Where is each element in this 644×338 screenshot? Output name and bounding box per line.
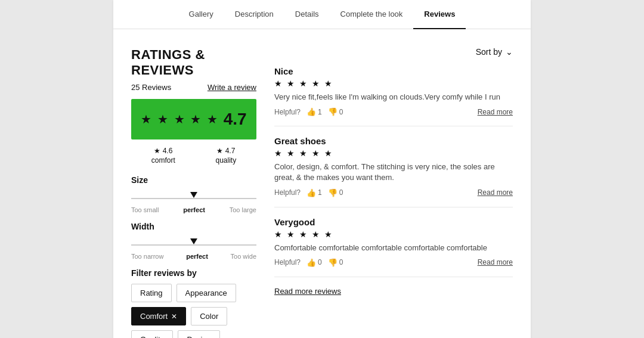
- thumbup-btn-1[interactable]: 👍 1: [306, 107, 322, 116]
- size-left-label: Too small: [131, 206, 159, 213]
- width-slider-labels: Too narrow perfect Too wide: [131, 253, 256, 260]
- read-more-2[interactable]: Read more: [478, 188, 513, 197]
- read-more-reviews-link[interactable]: Read more reviews: [274, 287, 513, 296]
- thumbup-count-1: 1: [318, 108, 322, 116]
- size-slider-track[interactable]: [131, 188, 256, 205]
- review-title-3: Verygood: [274, 217, 513, 227]
- review-stars-1: ★ ★ ★ ★ ★: [274, 79, 513, 88]
- comfort-close-icon[interactable]: ✕: [171, 312, 177, 321]
- quality-label: quality: [215, 156, 236, 165]
- thumbup-count-2: 1: [318, 188, 322, 197]
- size-slider-indicator: [190, 192, 197, 198]
- filter-comfort[interactable]: Comfort ✕: [131, 307, 186, 325]
- nav-gallery[interactable]: Gallery: [178, 0, 224, 29]
- nav-complete-the-look[interactable]: Complete the look: [330, 0, 414, 29]
- comfort-stars: ★ 4.6: [151, 147, 175, 155]
- right-panel: Sort by ⌄ Nice ★ ★ ★ ★ ★ Very nice fit,f…: [274, 47, 513, 338]
- width-slider-track[interactable]: [131, 235, 256, 252]
- filter-appearance[interactable]: Appearance: [177, 284, 236, 302]
- thumbup-btn-3[interactable]: 👍 0: [306, 258, 322, 267]
- size-slider-label: Size: [131, 175, 256, 185]
- helpful-row-3: Helpful? 👍 0 👎 0: [274, 258, 343, 267]
- page-container: Gallery Description Details Complete the…: [113, 0, 531, 338]
- review-stars-3: ★ ★ ★ ★ ★: [274, 230, 513, 239]
- review-text-3: Comfortable comfortable comfortable comf…: [274, 243, 513, 253]
- width-center-label: perfect: [186, 253, 208, 260]
- filter-section: Filter reviews by Rating Appearance Comf…: [131, 268, 256, 338]
- width-right-label: Too wide: [231, 253, 256, 260]
- section-title: RATINGS & REVIEWS: [131, 47, 256, 78]
- review-footer-2: Helpful? 👍 1 👎 0 Read more: [274, 188, 513, 197]
- size-slider-section: Size Too small perfect Too large: [131, 175, 256, 213]
- sub-rating-quality: ★ 4.7 quality: [215, 147, 236, 165]
- width-slider-label: Width: [131, 222, 256, 231]
- sub-ratings: ★ 4.6 comfort ★ 4.7 quality: [131, 147, 256, 165]
- main-content: RATINGS & REVIEWS 25 Reviews Write a rev…: [113, 29, 531, 338]
- thumbup-count-3: 0: [318, 258, 322, 266]
- filter-quality[interactable]: Quality: [131, 330, 173, 338]
- thumbdown-btn-3[interactable]: 👎 0: [328, 258, 343, 267]
- filter-buttons: Rating Appearance Comfort ✕ Color Qualit…: [131, 284, 256, 338]
- size-track-line: [131, 198, 256, 199]
- filter-color[interactable]: Color: [191, 307, 227, 325]
- comfort-label: comfort: [151, 156, 175, 165]
- rating-stars-large: ★ ★ ★ ★ ★: [141, 112, 218, 126]
- thumbup-icon-1: 👍: [306, 107, 316, 116]
- write-review-link[interactable]: Write a review: [208, 83, 256, 92]
- nav-bar: Gallery Description Details Complete the…: [113, 0, 531, 29]
- sort-bar: Sort by ⌄: [274, 47, 513, 57]
- size-center-label: perfect: [183, 206, 205, 213]
- left-panel: RATINGS & REVIEWS 25 Reviews Write a rev…: [131, 47, 256, 338]
- filter-title: Filter reviews by: [131, 268, 256, 278]
- read-more-1[interactable]: Read more: [478, 108, 513, 116]
- nav-description[interactable]: Description: [224, 0, 284, 29]
- review-title-2: Great shoes: [274, 136, 513, 146]
- width-slider-section: Width Too narrow perfect Too wide: [131, 222, 256, 260]
- quality-stars: ★ 4.7: [215, 147, 236, 155]
- nav-details[interactable]: Details: [284, 0, 330, 29]
- review-title-1: Nice: [274, 66, 513, 76]
- helpful-label-2: Helpful?: [274, 188, 301, 197]
- rating-number-large: 4.7: [224, 110, 247, 129]
- reviews-count: 25 Reviews: [131, 83, 171, 92]
- thumbup-btn-2[interactable]: 👍 1: [306, 188, 322, 197]
- review-card-2: Great shoes ★ ★ ★ ★ ★ Color, design, & c…: [274, 136, 513, 207]
- review-footer-3: Helpful? 👍 0 👎 0 Read more: [274, 258, 513, 267]
- thumbdown-count-1: 0: [339, 108, 343, 116]
- rating-banner: ★ ★ ★ ★ ★ 4.7: [131, 99, 256, 139]
- sub-rating-comfort: ★ 4.6 comfort: [151, 147, 175, 165]
- thumbdown-icon-1: 👎: [328, 107, 338, 116]
- thumbdown-btn-1[interactable]: 👎 0: [328, 107, 343, 116]
- review-footer-1: Helpful? 👍 1 👎 0 Read more: [274, 107, 513, 116]
- size-right-label: Too large: [230, 206, 256, 213]
- chevron-down-icon[interactable]: ⌄: [506, 47, 513, 57]
- size-slider-labels: Too small perfect Too large: [131, 206, 256, 213]
- filter-rating[interactable]: Rating: [131, 284, 172, 302]
- thumbup-icon-2: 👍: [306, 188, 316, 197]
- filter-design[interactable]: Design: [178, 330, 219, 338]
- thumbdown-count-2: 0: [339, 188, 343, 197]
- thumbdown-icon-3: 👎: [328, 258, 338, 267]
- helpful-label-3: Helpful?: [274, 258, 301, 266]
- thumbdown-count-3: 0: [339, 258, 343, 266]
- thumbdown-btn-2[interactable]: 👎 0: [328, 188, 343, 197]
- review-card-3: Verygood ★ ★ ★ ★ ★ Comfortable comfortab…: [274, 217, 513, 277]
- review-stars-2: ★ ★ ★ ★ ★: [274, 148, 513, 158]
- thumbdown-icon-2: 👎: [328, 188, 338, 197]
- sort-label: Sort by: [476, 47, 502, 57]
- thumbup-icon-3: 👍: [306, 258, 316, 267]
- helpful-row-1: Helpful? 👍 1 👎 0: [274, 107, 343, 116]
- review-text-1: Very nice fit,feels like I'm walking on …: [274, 92, 513, 103]
- helpful-label-1: Helpful?: [274, 108, 301, 116]
- review-card-1: Nice ★ ★ ★ ★ ★ Very nice fit,feels like …: [274, 66, 513, 126]
- review-text-2: Color, design, & comfort. The stitching …: [274, 162, 513, 183]
- width-left-label: Too narrow: [131, 253, 163, 260]
- width-slider-indicator: [190, 238, 197, 244]
- read-more-3[interactable]: Read more: [478, 258, 513, 266]
- width-track-line: [131, 244, 256, 246]
- helpful-row-2: Helpful? 👍 1 👎 0: [274, 188, 343, 197]
- reviews-count-row: 25 Reviews Write a review: [131, 83, 256, 92]
- nav-reviews[interactable]: Reviews: [413, 0, 466, 29]
